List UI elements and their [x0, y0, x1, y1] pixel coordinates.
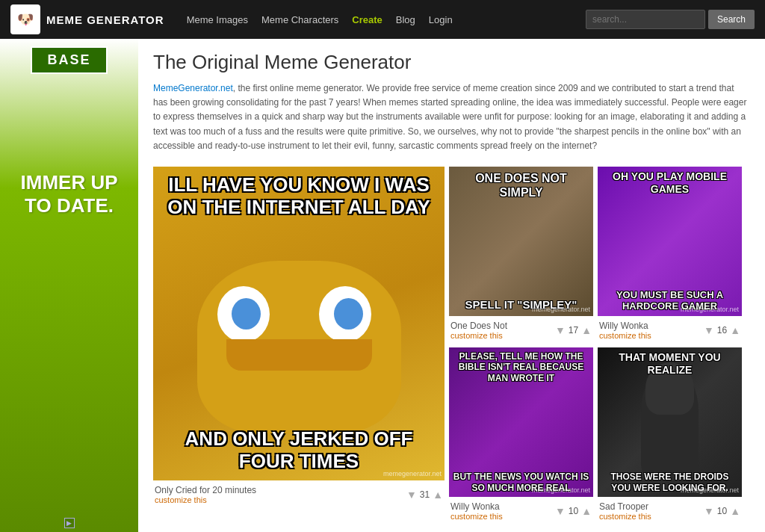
trooper-image: THAT MOMENT YOU REALIZE THOSE WERE THE D… — [598, 347, 742, 497]
wonka-bm-downvote[interactable]: ▼ — [555, 505, 566, 517]
trooper-vote-count: 10 — [717, 506, 727, 516]
nav-create[interactable]: Create — [352, 14, 382, 25]
nav-meme-characters[interactable]: Meme Characters — [261, 14, 338, 25]
large-meme-watermark: memegenerator.net — [383, 470, 442, 477]
large-meme-upvote[interactable]: ▲ — [433, 489, 443, 501]
wonka-bm-image: PLEASE, TELL ME HOW THE BIBLE ISN'T REAL… — [449, 347, 593, 497]
trooper-votes: ▼ 10 ▲ — [704, 505, 740, 517]
logo-icon: 🐶 — [10, 4, 40, 34]
wonka-bm-name: Willy Wonka — [450, 501, 503, 512]
wonka-tr-vote-count: 16 — [717, 325, 727, 335]
logo-area: 🐶 MEME GENERATOR — [10, 4, 164, 34]
trooper-info: Sad Trooper customize this — [599, 501, 651, 521]
logo-text: MEME GENERATOR — [46, 13, 164, 26]
header: 🐶 MEME GENERATOR Meme Images Meme Charac… — [0, 0, 765, 39]
wonka-bm-upvote[interactable]: ▲ — [581, 505, 592, 517]
boromir-downvote[interactable]: ▼ — [555, 324, 566, 336]
large-meme-top-text: ILL HAVE YOU KNOW I WAS ON THE INTERNET … — [153, 167, 445, 226]
content-area: The Original Meme Generator MemeGenerato… — [138, 39, 765, 532]
large-meme-image: ILL HAVE YOU KNOW I WAS ON THE INTERNET … — [153, 167, 445, 480]
large-meme-footer: Only Cried for 20 minutes customize this… — [153, 482, 445, 507]
wonka-bm-vote-count: 10 — [569, 506, 578, 516]
large-meme-cell: ILL HAVE YOU KNOW I WAS ON THE INTERNET … — [153, 167, 445, 524]
meme-cell-wonka-tr: OH YOU PLAY MOBILE GAMES YOU MUST BE SUC… — [598, 167, 742, 343]
wonka-bm-watermark: memegenerator.net — [532, 486, 590, 494]
trooper-top-text: THAT MOMENT YOU REALIZE — [598, 347, 742, 380]
sidebar-tagline: IMMER UP TO DATE. — [7, 171, 131, 217]
trooper-watermark: memegenerator.net — [681, 486, 739, 494]
meme-cell-wonka-bm: PLEASE, TELL ME HOW THE BIBLE ISN'T REAL… — [449, 347, 593, 524]
boromir-votes: ▼ 17 ▲ — [555, 324, 592, 336]
base-badge: BASE — [31, 46, 107, 74]
search-button[interactable]: Search — [708, 10, 755, 29]
wonka-tr-customize[interactable]: customize this — [599, 331, 651, 340]
right-top-row: ONE DOES NOT SIMPLY SPELL IT "SIMPLEY" m… — [449, 167, 742, 343]
meme-cell-boromir: ONE DOES NOT SIMPLY SPELL IT "SIMPLEY" m… — [449, 167, 593, 343]
search-input[interactable] — [586, 10, 705, 29]
main-wrap: BASE IMMER UP TO DATE. ▶ The Original Me… — [0, 39, 765, 532]
meme-cell-trooper: THAT MOMENT YOU REALIZE THOSE WERE THE D… — [598, 347, 742, 524]
main-nav: Meme Images Meme Characters Create Blog … — [187, 14, 571, 25]
wonka-bm-footer: Willy Wonka customize this ▼ 10 ▲ — [449, 498, 593, 524]
wonka-tr-info: Willy Wonka customize this — [599, 321, 651, 340]
wonka-tr-watermark: memegenerator.net — [681, 306, 739, 313]
trooper-footer: Sad Trooper customize this ▼ 10 ▲ — [598, 498, 742, 524]
intro-link[interactable]: MemeGenerator.net — [153, 83, 233, 93]
intro-body: , the first online meme generator. We pr… — [153, 83, 746, 151]
meme-layout: ILL HAVE YOU KNOW I WAS ON THE INTERNET … — [153, 167, 750, 524]
nav-meme-images[interactable]: Meme Images — [187, 14, 248, 25]
page-title: The Original Meme Generator — [153, 51, 750, 74]
wonka-tr-downvote[interactable]: ▼ — [704, 324, 714, 336]
trooper-customize[interactable]: customize this — [599, 512, 651, 521]
wonka-bm-votes: ▼ 10 ▲ — [555, 505, 592, 517]
large-meme-vote-count: 31 — [420, 489, 430, 500]
trooper-upvote[interactable]: ▲ — [730, 505, 740, 517]
wonka-bm-info: Willy Wonka customize this — [450, 501, 503, 521]
wonka-bm-top-text: PLEASE, TELL ME HOW THE BIBLE ISN'T REAL… — [449, 347, 593, 387]
ad-marker: ▶ — [64, 518, 75, 528]
wonka-bm-customize[interactable]: customize this — [450, 512, 503, 521]
large-meme-name: Only Cried for 20 minutes — [155, 485, 256, 495]
nav-login[interactable]: Login — [429, 14, 453, 25]
wonka-tr-name: Willy Wonka — [599, 321, 651, 331]
wonka-tr-upvote[interactable]: ▲ — [730, 324, 740, 336]
wonka-tr-image: OH YOU PLAY MOBILE GAMES YOU MUST BE SUC… — [598, 167, 742, 316]
wonka-tr-top-text: OH YOU PLAY MOBILE GAMES — [598, 167, 742, 200]
trooper-name: Sad Trooper — [599, 501, 651, 512]
right-bottom-row: PLEASE, TELL ME HOW THE BIBLE ISN'T REAL… — [449, 347, 742, 524]
intro-text: MemeGenerator.net, the first online meme… — [153, 81, 750, 153]
nav-blog[interactable]: Blog — [396, 14, 415, 25]
ad-icon: ▶ — [64, 518, 75, 528]
large-meme-votes: ▼ 31 ▲ — [406, 489, 443, 501]
wonka-tr-votes: ▼ 16 ▲ — [704, 324, 740, 336]
boromir-image: ONE DOES NOT SIMPLY SPELL IT "SIMPLEY" m… — [449, 167, 593, 316]
trooper-downvote[interactable]: ▼ — [704, 505, 714, 517]
large-meme-info: Only Cried for 20 minutes customize this — [155, 485, 256, 504]
boromir-info: One Does Not customize this — [450, 321, 507, 340]
boromir-upvote[interactable]: ▲ — [581, 324, 592, 336]
boromir-customize[interactable]: customize this — [450, 331, 507, 340]
boromir-vote-count: 17 — [569, 325, 578, 335]
right-column: ONE DOES NOT SIMPLY SPELL IT "SIMPLEY" m… — [449, 167, 742, 524]
boromir-watermark: memegenerator.net — [532, 306, 590, 313]
boromir-name: One Does Not — [450, 321, 507, 331]
wonka-tr-footer: Willy Wonka customize this ▼ 16 ▲ — [598, 318, 742, 343]
boromir-top-text: ONE DOES NOT SIMPLY — [449, 167, 593, 204]
boromir-footer: One Does Not customize this ▼ 17 ▲ — [449, 318, 593, 343]
sidebar: BASE IMMER UP TO DATE. ▶ — [0, 39, 138, 532]
large-meme-customize[interactable]: customize this — [155, 495, 256, 504]
search-area: Search — [586, 10, 755, 29]
large-meme-downvote[interactable]: ▼ — [406, 489, 417, 501]
